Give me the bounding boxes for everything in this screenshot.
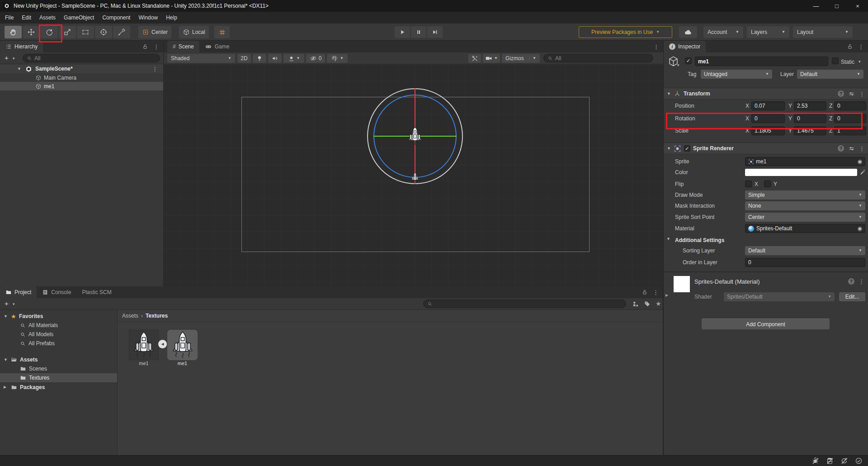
play-button[interactable] (395, 26, 410, 38)
kebab-menu-icon[interactable]: ⋮ (859, 146, 865, 152)
foldout-arrow-icon[interactable]: ▼ (667, 147, 671, 151)
tab-project[interactable]: Project (0, 286, 37, 298)
cloud-button[interactable] (679, 26, 697, 38)
flip-y-checkbox[interactable] (764, 181, 771, 187)
hand-tool-button[interactable] (5, 26, 22, 38)
rect-tool-button[interactable] (77, 26, 94, 38)
project-search-input[interactable] (423, 300, 626, 308)
search-by-label-icon[interactable] (644, 300, 651, 307)
search-by-type-icon[interactable] (632, 300, 639, 308)
tag-dropdown[interactable]: Untagged ▼ (701, 70, 772, 79)
tree-scenes[interactable]: Scenes (0, 364, 117, 373)
layers-dropdown[interactable]: Layers ▼ (747, 26, 789, 38)
space-toggle-button[interactable]: Local (179, 26, 209, 38)
preview-packages-button[interactable]: Preview Packages in Use ▼ (579, 26, 672, 38)
foldout-arrow-icon[interactable]: ▼ (667, 92, 671, 96)
foldout-arrow-icon[interactable]: ▼ (666, 237, 670, 241)
sprite-sort-point-dropdown[interactable]: Center ▼ (745, 213, 865, 222)
kebab-menu-icon[interactable]: ⋮ (152, 66, 158, 72)
scene-tools-button[interactable] (468, 54, 481, 63)
sprite-expand-toggle[interactable]: ◀ (158, 340, 167, 348)
tab-console[interactable]: Console (37, 286, 76, 298)
kebab-menu-icon[interactable]: ⋮ (653, 44, 659, 50)
eyedropper-icon[interactable] (859, 169, 866, 176)
move-tool-button[interactable] (23, 26, 40, 38)
create-button[interactable]: + (5, 54, 9, 62)
hierarchy-item-me1[interactable]: me1 (0, 82, 163, 90)
tab-scene[interactable]: # Scene (167, 41, 199, 52)
sorting-layer-dropdown[interactable]: Default ▼ (745, 246, 865, 255)
close-button[interactable]: × (847, 0, 868, 12)
tree-all-materials[interactable]: All Materials (0, 321, 117, 330)
tree-favorites[interactable]: ▼ ★ Favorites (0, 312, 117, 321)
tab-inspector[interactable]: i Inspector (664, 41, 706, 52)
menu-file[interactable]: File (1, 12, 18, 24)
breadcrumb-assets[interactable]: Assets (122, 313, 138, 319)
object-picker-icon[interactable]: ◉ (858, 158, 862, 165)
asset-label[interactable]: me1 (129, 361, 159, 366)
cache-server-disabled-icon[interactable] (826, 457, 834, 465)
layout-dropdown[interactable]: Layout ▼ (793, 26, 853, 38)
tree-packages[interactable]: ▶ Packages (0, 383, 117, 392)
auto-refresh-disabled-icon[interactable] (840, 457, 848, 465)
tab-plastic-scm[interactable]: Plastic SCM (76, 286, 117, 298)
collapse-arrow-icon[interactable]: ▶ (4, 385, 6, 389)
gameobject-caret-icon[interactable]: ▾ (677, 63, 679, 67)
hierarchy-search-input[interactable]: All (23, 54, 160, 62)
position-z-field[interactable]: 0 (834, 101, 866, 110)
scene-audio-button[interactable] (268, 54, 282, 63)
scene-lighting-button[interactable] (253, 54, 266, 63)
menu-edit[interactable]: Edit (18, 12, 35, 24)
shading-mode-dropdown[interactable]: Shaded ▼ (167, 54, 235, 63)
scene-search-input[interactable]: All (543, 54, 653, 62)
lock-icon[interactable] (847, 43, 853, 50)
help-icon[interactable]: ? (838, 145, 844, 152)
account-dropdown[interactable]: Account ▼ (703, 26, 743, 38)
shader-edit-button[interactable]: Edit... (839, 292, 865, 301)
scene-root-row[interactable]: ▼ SampleScene* ⋮ (0, 64, 163, 73)
background-tasks-ok-icon[interactable] (855, 457, 863, 465)
maximize-button[interactable]: □ (826, 0, 847, 12)
shader-dropdown[interactable]: Sprites/Default ▼ (724, 292, 835, 301)
asset-thumbnail-sprite-selected[interactable] (167, 330, 198, 360)
create-button[interactable]: + (5, 300, 9, 307)
scene-effects-button[interactable]: ▼ (283, 54, 304, 63)
static-checkbox[interactable] (832, 57, 839, 64)
kebab-menu-icon[interactable]: ⋮ (858, 44, 864, 50)
lock-icon[interactable] (642, 289, 648, 295)
sprite-renderer-header[interactable]: ▼ ✓ Sprite Renderer ? ⋮ (664, 143, 868, 154)
tree-all-models[interactable]: All Models (0, 330, 117, 339)
tab-hierarchy[interactable]: Hierarchy (0, 41, 43, 52)
color-swatch[interactable] (745, 169, 857, 176)
additional-settings-row[interactable]: ▼ Additional Settings (664, 236, 868, 245)
menu-gameobject[interactable]: GameObject (60, 12, 98, 24)
preset-icon[interactable] (848, 90, 855, 97)
mask-interaction-dropdown[interactable]: None ▼ (745, 201, 865, 210)
expand-arrow-icon[interactable]: ▼ (4, 358, 8, 362)
gizmos-dropdown[interactable]: Gizmos ▼ (502, 54, 540, 63)
lock-icon[interactable] (142, 43, 148, 50)
2d-toggle-button[interactable]: 2D (237, 54, 251, 63)
scene-camera-button[interactable]: ▼ (483, 54, 500, 63)
expand-arrow-icon[interactable]: ▼ (17, 67, 21, 71)
transform-tool-button[interactable] (95, 26, 112, 38)
create-caret-icon[interactable]: ▾ (13, 57, 15, 61)
spaceship-sprite[interactable] (407, 126, 423, 146)
flip-x-checkbox[interactable] (745, 181, 752, 187)
object-name-field[interactable]: me1 (695, 57, 828, 66)
asset-label[interactable]: me1 (167, 361, 198, 366)
order-in-layer-field[interactable]: 0 (745, 258, 865, 267)
help-icon[interactable]: ? (838, 90, 844, 97)
foldout-arrow-icon[interactable]: ▶ (665, 294, 668, 297)
help-icon[interactable]: ? (848, 278, 854, 285)
hierarchy-item-main-camera[interactable]: Main Camera (0, 73, 163, 82)
tree-all-prefabs[interactable]: All Prefabs (0, 339, 117, 348)
tree-textures[interactable]: Textures (0, 373, 117, 382)
kebab-menu-icon[interactable]: ⋮ (653, 290, 659, 295)
static-caret-icon[interactable]: ▾ (859, 60, 861, 64)
material-section-header[interactable]: Sprites-Default (Material) ? ⋮ (694, 277, 864, 286)
position-y-field[interactable]: 2.53 (794, 101, 826, 110)
minimize-button[interactable]: — (806, 0, 826, 12)
sprite-object-field[interactable]: me1 ◉ (745, 157, 865, 166)
menu-window[interactable]: Window (134, 12, 162, 24)
